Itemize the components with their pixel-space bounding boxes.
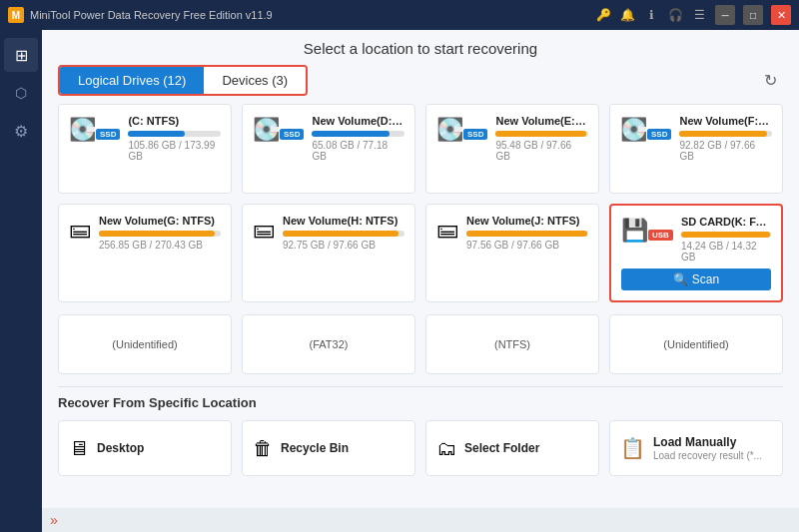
drive-bar-fill-7 (681, 232, 770, 238)
location-card-recycle-bin[interactable]: 🗑 Recycle Bin (242, 420, 415, 476)
drive-bar-bg-4 (99, 231, 221, 237)
drive-bar-fill-2 (495, 131, 586, 137)
tabs-container: Logical Drives (12) Devices (3) (58, 65, 308, 96)
drive-size-0: 105.86 GB / 173.99 GB (128, 140, 221, 162)
maximize-button[interactable]: □ (743, 5, 763, 25)
location-card-desktop[interactable]: 🖥 Desktop (58, 420, 232, 476)
drive-badge-2: SSD (463, 129, 487, 140)
drive-name-2: New Volume(E: NTFS) (495, 115, 588, 127)
minimize-button[interactable]: ─ (715, 5, 735, 25)
expand-icon[interactable]: » (50, 512, 58, 528)
drive-card-6[interactable]: 🖴 New Volume(J: NTFS) 97.56 GB / 97.66 G… (425, 204, 599, 302)
drive-icon-0: 💽SSD (69, 117, 120, 143)
drive-bar-fill-5 (283, 231, 399, 237)
location-label-recycle-bin: Recycle Bin (281, 441, 349, 455)
location-label-desktop: Desktop (97, 441, 144, 455)
hdd-icon: 🖴 (69, 217, 91, 242)
key-icon[interactable]: 🔑 (595, 7, 611, 23)
drive-card-2[interactable]: 💽SSD New Volume(E: NTFS) 95.48 GB / 97.6… (425, 104, 599, 194)
scroll-area[interactable]: 💽SSD (C: NTFS) 105.86 GB / 173.99 GB 💽SS… (42, 104, 799, 508)
location-sub-3: Load recovery result (*... (653, 450, 762, 461)
drive-bar-bg-0 (128, 131, 221, 137)
home-icon: ⊞ (15, 46, 28, 65)
location-icon-select-folder: 🗂 (436, 437, 456, 460)
drive-name-0: (C: NTFS) (128, 115, 221, 127)
gear-icon: ⚙ (14, 122, 28, 141)
tabs-area: Logical Drives (12) Devices (3) ↻ (42, 65, 799, 104)
tab-logical-drives[interactable]: Logical Drives (12) (60, 67, 204, 94)
location-label-load-manually: Load Manually (653, 435, 762, 449)
close-button[interactable]: ✕ (771, 5, 791, 25)
drive-badge-0: SSD (96, 129, 120, 140)
main-content: Select a location to start recovering Lo… (42, 30, 799, 532)
drive-card-1[interactable]: 💽SSD New Volume(D: NTFS) 65.08 GB / 77.1… (242, 104, 415, 194)
drive-name-4: New Volume(G: NTFS) (99, 215, 221, 227)
drive-badge-1: SSD (280, 129, 304, 140)
drive-bar-fill-0 (128, 131, 184, 137)
small-drive-card-3[interactable]: (Unidentified) (609, 314, 783, 374)
location-icon-recycle-bin: 🗑 (253, 437, 273, 460)
svg-text:M: M (12, 10, 20, 21)
sidebar: ⊞ ⬡ ⚙ (0, 30, 42, 532)
drive-card-0[interactable]: 💽SSD (C: NTFS) 105.86 GB / 173.99 GB (58, 104, 232, 194)
drive-badge-7: USB (648, 230, 673, 241)
small-drive-card-2[interactable]: (NTFS) (425, 314, 599, 374)
app-logo: M (8, 7, 24, 23)
bell-icon[interactable]: 🔔 (619, 7, 635, 23)
hdd-icon: 🖴 (253, 217, 275, 242)
sidebar-item-settings[interactable]: ⚙ (4, 114, 38, 148)
drive-icon-4: 🖴 (69, 217, 91, 243)
drive-icon-7: 💾USB (621, 218, 673, 244)
drive-bar-fill-4 (99, 231, 215, 237)
location-label-select-folder: Select Folder (464, 441, 539, 455)
location-icon-desktop: 🖥 (69, 437, 89, 460)
scan-icon: ⬡ (15, 85, 27, 101)
sidebar-item-scan[interactable]: ⬡ (4, 76, 38, 110)
drive-icon-1: 💽SSD (253, 117, 304, 143)
drive-badge-3: SSD (647, 129, 671, 140)
drive-icon-3: 💽SSD (620, 117, 671, 143)
titlebar: M MiniTool Power Data Recovery Free Edit… (0, 0, 799, 30)
section-divider (58, 386, 783, 387)
bottom-bar: » (42, 508, 799, 532)
drive-size-5: 92.75 GB / 97.66 GB (283, 240, 404, 251)
drive-bar-bg-3 (679, 131, 772, 137)
drive-name-6: New Volume(J: NTFS) (466, 215, 588, 227)
small-drive-card-0[interactable]: (Unidentified) (58, 314, 232, 374)
search-icon: 🔍 (673, 272, 688, 286)
drive-bar-bg-2 (495, 131, 588, 137)
drive-card-7[interactable]: 💾USB SD CARD(K: FAT32) 14.24 GB / 14.32 … (609, 204, 783, 302)
drive-bar-fill-1 (312, 131, 390, 137)
drive-grid: 💽SSD (C: NTFS) 105.86 GB / 173.99 GB 💽SS… (58, 104, 783, 302)
drive-card-3[interactable]: 💽SSD New Volume(F: NTFS) 92.82 GB / 97.6… (609, 104, 783, 194)
page-title: Select a location to start recovering (42, 30, 799, 65)
scan-button[interactable]: 🔍 Scan (621, 268, 771, 290)
titlebar-controls: 🔑 🔔 ℹ 🎧 ☰ ─ □ ✕ (595, 5, 791, 25)
drive-size-1: 65.08 GB / 77.18 GB (312, 140, 404, 162)
drive-bar-bg-7 (681, 232, 771, 238)
small-drive-card-1[interactable]: (FAT32) (242, 314, 415, 374)
hdd-icon: 🖴 (436, 217, 458, 242)
menu-icon[interactable]: ☰ (691, 7, 707, 23)
drive-bar-fill-6 (466, 231, 587, 237)
drive-card-4[interactable]: 🖴 New Volume(G: NTFS) 256.85 GB / 270.43… (58, 204, 232, 302)
drive-size-2: 95.48 GB / 97.66 GB (495, 140, 588, 162)
drive-name-7: SD CARD(K: FAT32) (681, 216, 771, 228)
small-drive-label-1: (FAT32) (310, 338, 349, 350)
app-title: MiniTool Power Data Recovery Free Editio… (30, 9, 595, 21)
drive-size-7: 14.24 GB / 14.32 GB (681, 241, 771, 263)
drive-bar-bg-1 (312, 131, 404, 137)
sidebar-item-home[interactable]: ⊞ (4, 38, 38, 72)
drive-card-5[interactable]: 🖴 New Volume(H: NTFS) 92.75 GB / 97.66 G… (242, 204, 415, 302)
tab-devices[interactable]: Devices (3) (204, 67, 306, 94)
ssd-icon: 💽 (620, 117, 647, 142)
drive-bar-fill-3 (679, 131, 767, 137)
headset-icon[interactable]: 🎧 (667, 7, 683, 23)
refresh-button[interactable]: ↻ (758, 67, 783, 94)
small-drive-label-2: (NTFS) (494, 338, 530, 350)
location-icon-load-manually: 📋 (620, 436, 645, 460)
location-card-load-manually[interactable]: 📋 Load Manually Load recovery result (*.… (609, 420, 783, 476)
info-icon[interactable]: ℹ (643, 7, 659, 23)
location-card-select-folder[interactable]: 🗂 Select Folder (425, 420, 599, 476)
drive-bar-bg-5 (283, 231, 404, 237)
